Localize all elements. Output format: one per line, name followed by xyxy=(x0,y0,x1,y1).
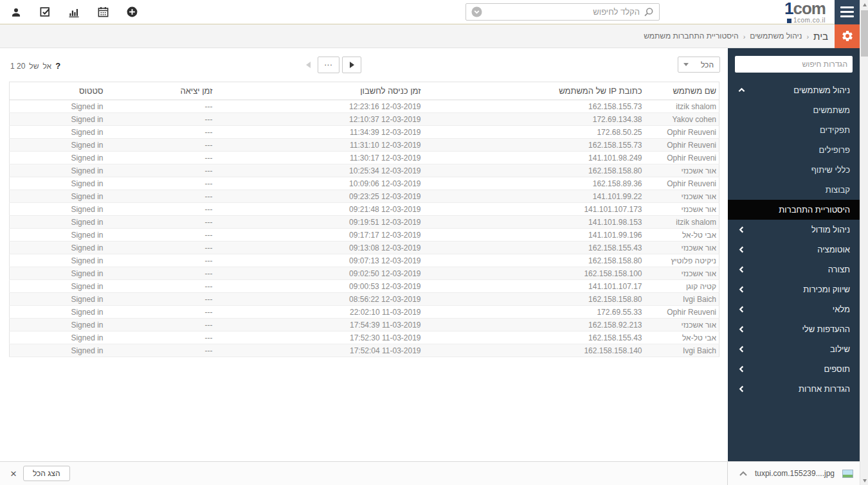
user-cell: אור אשכנזי xyxy=(645,319,719,331)
chevron-down-circle-icon[interactable] xyxy=(471,6,482,17)
status-cell: Signed in xyxy=(10,126,106,139)
download-item[interactable]: tuxpi.com.155239....jpg xyxy=(728,469,860,478)
scrollbar-thumb[interactable] xyxy=(861,10,868,57)
help-icon[interactable]: ? xyxy=(55,61,60,71)
user-cell: Ophir Reuveni xyxy=(645,152,719,164)
pagination: ... xyxy=(301,57,361,73)
table-body: itzik shalom162.158.155.7312:23:16 12-03… xyxy=(10,100,719,357)
status-cell: Signed in xyxy=(10,306,106,319)
sidebar-item[interactable]: ניהול מודול xyxy=(728,220,860,240)
breadcrumb-bar: בית‹ניהול משתמשים‹היסטוריית התחברות משתמ… xyxy=(0,24,860,48)
tasks-check-icon[interactable] xyxy=(38,5,52,19)
user-cell: itzik shalom xyxy=(645,216,719,229)
table-header-row: שם משתמשכתובת IP של המשתמשזמן כניסה לחשב… xyxy=(10,82,719,100)
user-cell: אבי טל-אל xyxy=(645,331,719,344)
history-row: Ivgi Baich162.158.158.8008:56:22 12-03-2… xyxy=(10,293,719,306)
chevron-left-icon xyxy=(737,246,745,253)
search-icon xyxy=(644,7,654,17)
chevron-left-icon xyxy=(737,286,745,293)
ip-cell: 141.101.99.196 xyxy=(424,229,645,242)
logout-time-cell: --- xyxy=(106,242,215,254)
sidebar-search-input[interactable] xyxy=(735,56,853,73)
status-filter-dropdown[interactable]: הכל xyxy=(678,57,720,73)
next-page-button[interactable] xyxy=(342,57,361,73)
show-all-downloads-button[interactable]: הצג הכל xyxy=(23,466,70,481)
status-cell: Signed in xyxy=(10,293,106,306)
ip-cell: 162.158.158.100 xyxy=(424,267,645,280)
login-time-cell: 09:00:53 12-03-2019 xyxy=(215,280,424,293)
global-search-input[interactable] xyxy=(482,7,644,17)
breadcrumb-item[interactable]: בית xyxy=(813,31,828,42)
sidebar-item[interactable]: שילוב xyxy=(728,339,860,359)
user-cell: Ophir Reuveni xyxy=(645,126,719,139)
logout-time-cell: --- xyxy=(106,216,215,229)
chevron-up-icon xyxy=(737,87,745,94)
logout-time-cell: --- xyxy=(106,126,215,139)
user-cell: Ophir Reuveni xyxy=(645,177,719,190)
login-time-cell: 12:23:16 12-03-2019 xyxy=(215,100,424,113)
sidebar-item-label: ניהול משתמשים xyxy=(745,85,850,95)
breadcrumb-item[interactable]: היסטוריית התחברות משתמש xyxy=(644,31,739,40)
history-row: אור אשכנזי141.101.107.17309:21:48 12-03-… xyxy=(10,203,719,216)
ip-cell: 141.101.98.249 xyxy=(424,152,645,164)
top-toolbar: 1com 1com.co.il xyxy=(0,0,860,24)
sidebar-item-label: אוטומציה xyxy=(745,245,850,254)
breadcrumb-item[interactable]: ניהול משתמשים xyxy=(750,31,802,40)
ip-cell: 162.158.158.80 xyxy=(424,254,645,267)
status-cell: Signed in xyxy=(10,177,106,190)
login-time-cell: 09:07:13 12-03-2019 xyxy=(215,254,424,267)
sidebar-item[interactable]: היסטוריית התחברות xyxy=(728,200,860,220)
user-cell: אור אשכנזי xyxy=(645,203,719,216)
login-time-cell: 09:19:51 12-03-2019 xyxy=(215,216,424,229)
breadcrumb-separator-icon: ‹ xyxy=(806,31,809,40)
sidebar-item[interactable]: כללי שיתוף xyxy=(728,160,860,180)
sidebar-item[interactable]: שיווק ומכירות xyxy=(728,279,860,299)
scroll-down-arrow-icon[interactable] xyxy=(860,476,868,485)
add-icon[interactable] xyxy=(125,5,139,19)
logout-time-cell: --- xyxy=(106,152,215,164)
column-header: זמן יציאה xyxy=(106,82,215,100)
ip-cell: 172.69.134.38 xyxy=(424,113,645,126)
scroll-up-arrow-icon[interactable] xyxy=(860,0,868,9)
logo[interactable]: 1com 1com.co.il xyxy=(784,0,826,24)
user-cell: Ophir Reuveni xyxy=(645,139,719,152)
prev-page-button[interactable] xyxy=(301,57,315,73)
sidebar-item[interactable]: מלאי xyxy=(728,299,860,319)
reports-chart-icon[interactable] xyxy=(67,5,81,19)
history-row: itzik shalom162.158.155.7312:23:16 12-03… xyxy=(10,100,719,113)
chevron-left-icon xyxy=(737,326,745,333)
user-icon[interactable] xyxy=(9,5,23,19)
sidebar-item[interactable]: תצורה xyxy=(728,260,860,279)
column-header: זמן כניסה לחשבון xyxy=(215,82,424,100)
history-row: itzik shalom141.101.98.15309:19:51 12-03… xyxy=(10,216,719,229)
image-thumbnail-icon xyxy=(842,470,853,478)
sidebar-item[interactable]: אוטומציה xyxy=(728,240,860,260)
history-row: אבי טל-אל162.158.155.4317:52:30 11-03-20… xyxy=(10,331,719,344)
chevron-up-icon[interactable] xyxy=(739,471,747,476)
history-row: Ophir Reuveni162.158.89.3610:09:06 12-03… xyxy=(10,177,719,190)
sidebar-item[interactable]: ההעדפות שלי xyxy=(728,319,860,339)
logout-time-cell: --- xyxy=(106,229,215,242)
sidebar-item[interactable]: קבוצות xyxy=(728,180,860,200)
sidebar-item[interactable]: ניהול משתמשים xyxy=(728,80,860,100)
vertical-scrollbar[interactable] xyxy=(860,0,868,485)
ip-cell: 172.68.50.25 xyxy=(424,126,645,139)
sidebar-item[interactable]: משתמשים xyxy=(728,100,860,120)
user-cell: ניקיטה פלוטיץ xyxy=(645,254,719,267)
calendar-icon[interactable] xyxy=(96,5,110,19)
record-range-text: של xyxy=(29,62,39,71)
login-time-cell: 09:23:25 12-03-2019 xyxy=(215,190,424,203)
logout-time-cell: --- xyxy=(106,293,215,306)
login-time-cell: 09:02:50 12-03-2019 xyxy=(215,267,424,280)
sidebar-item[interactable]: פרופילים xyxy=(728,140,860,160)
more-pages-button[interactable]: ... xyxy=(318,57,339,73)
sidebar-item[interactable]: הגדרות אחרות xyxy=(728,379,860,399)
hamburger-menu-icon[interactable] xyxy=(835,0,860,24)
close-icon[interactable]: × xyxy=(10,468,17,479)
logout-time-cell: --- xyxy=(106,306,215,319)
user-cell: Ivgi Baich xyxy=(645,293,719,306)
settings-gear-button[interactable] xyxy=(835,24,860,48)
next-arrow-icon xyxy=(350,62,354,68)
sidebar-item[interactable]: תפקידים xyxy=(728,120,860,140)
sidebar-item[interactable]: תוספים xyxy=(728,359,860,379)
